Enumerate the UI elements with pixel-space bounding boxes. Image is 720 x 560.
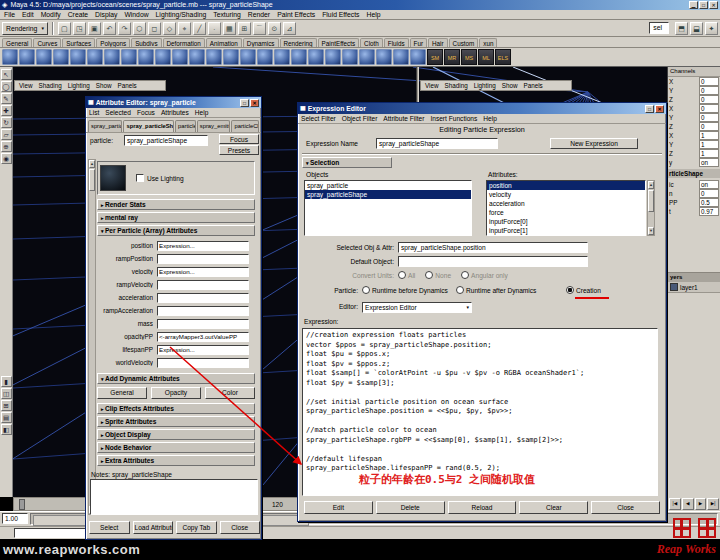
- channel-value-field[interactable]: 0.97: [699, 207, 719, 216]
- shelf-tab[interactable]: Subdivs: [131, 38, 161, 47]
- footer-button[interactable]: Close: [591, 501, 660, 514]
- convert-units-radio[interactable]: None: [425, 271, 451, 279]
- scale-tool-icon[interactable]: ▱: [1, 129, 12, 140]
- snap-to-curve-icon[interactable]: ⌒: [253, 22, 266, 35]
- maximize-icon[interactable]: □: [240, 99, 249, 107]
- node-tab[interactable]: particleClo: [231, 120, 259, 132]
- shelf-item-icon[interactable]: [70, 49, 86, 65]
- shelf-tab[interactable]: Deformation: [163, 38, 205, 47]
- section-header[interactable]: Clip Effects Attributes: [97, 403, 255, 414]
- four-pane-layout-icon[interactable]: ⊞: [1, 400, 12, 411]
- channel-value-field[interactable]: 0: [699, 86, 719, 95]
- channel-value-field[interactable]: on: [699, 180, 719, 189]
- menubar-item[interactable]: Texturing: [213, 10, 241, 19]
- section-header[interactable]: Object Display: [97, 429, 255, 440]
- shelf-tab[interactable]: General: [2, 38, 32, 47]
- close-icon[interactable]: ✕: [250, 99, 259, 107]
- mentalray-shelf-icon[interactable]: ELS: [495, 49, 511, 65]
- footer-button[interactable]: Load Attributes: [133, 521, 174, 534]
- layer-swatch[interactable]: [670, 283, 678, 291]
- menubar-item[interactable]: Edit: [22, 10, 34, 19]
- footer-button[interactable]: Select: [89, 521, 130, 534]
- add-attribute-button[interactable]: Opacity: [151, 387, 201, 399]
- shelf-item-icon[interactable]: [206, 49, 222, 65]
- editor-dropdown[interactable]: Expression Editor ▾: [362, 302, 472, 313]
- current-tool-icon[interactable]: ◉: [1, 153, 12, 164]
- shelf-item-icon[interactable]: [87, 49, 103, 65]
- shelf-tab[interactable]: PaintEffects: [318, 38, 360, 47]
- step-back-icon[interactable]: |◀: [669, 498, 681, 510]
- channel-value-field[interactable]: 0: [699, 113, 719, 122]
- channel-value-field[interactable]: 1: [699, 131, 719, 140]
- section-render-stats[interactable]: Render Stats: [97, 199, 255, 210]
- node-tab[interactable]: particle: [175, 120, 196, 132]
- runtime-before-dynamics-radio[interactable]: Runtime before Dynamics: [362, 286, 448, 294]
- close-icon[interactable]: ✕: [655, 105, 664, 113]
- attribute-value-field[interactable]: [157, 293, 249, 303]
- channel-value-field[interactable]: on: [699, 158, 719, 167]
- maximize-icon[interactable]: □: [645, 105, 654, 113]
- shelf-tab[interactable]: Cloth: [360, 38, 383, 47]
- shelf-tab[interactable]: Dynamics: [243, 38, 279, 47]
- shelf-item-icon[interactable]: [410, 49, 426, 65]
- attribute-list-item[interactable]: acceleration: [487, 199, 645, 208]
- attribute-list-item[interactable]: inputForce[1]: [487, 226, 645, 235]
- shelf-item-icon[interactable]: [393, 49, 409, 65]
- attribute-value-field[interactable]: Expression...: [157, 267, 249, 277]
- attribute-value-field[interactable]: Expression...: [157, 241, 249, 251]
- shelf-item-icon[interactable]: [104, 49, 120, 65]
- shelf-item-icon[interactable]: [138, 49, 154, 65]
- select-hierarchy-icon[interactable]: ⬡: [133, 22, 146, 35]
- creation-radio[interactable]: Creation: [566, 286, 601, 294]
- mentalray-shelf-icon[interactable]: SM: [427, 49, 443, 65]
- menu-item[interactable]: Help: [483, 114, 497, 123]
- rotate-tool-icon[interactable]: ↻: [1, 117, 12, 128]
- scroll-up-icon[interactable]: ▲: [648, 181, 654, 189]
- render-globals-icon[interactable]: ✦: [705, 22, 718, 35]
- shelf-item-icon[interactable]: [172, 49, 188, 65]
- section-header[interactable]: Sprite Attributes: [97, 416, 255, 427]
- mentalray-shelf-icon[interactable]: ML: [478, 49, 494, 65]
- menuset-dropdown[interactable]: Rendering ▾: [2, 22, 48, 35]
- shelf-item-icon[interactable]: [19, 49, 35, 65]
- panel-menu-item[interactable]: Shading: [445, 81, 468, 90]
- menubar-item[interactable]: Display: [95, 10, 117, 19]
- select-mask-surface-icon[interactable]: ▦: [223, 22, 236, 35]
- mentalray-shelf-icon[interactable]: MS: [461, 49, 477, 65]
- split-layout-icon[interactable]: ◧: [1, 424, 12, 435]
- footer-button[interactable]: Clear: [519, 501, 588, 514]
- channel-value-field[interactable]: 0: [699, 189, 719, 198]
- attribute-value-field[interactable]: [157, 358, 249, 368]
- shelf-item-icon[interactable]: [376, 49, 392, 65]
- material-swatch[interactable]: [100, 165, 126, 191]
- play-back-icon[interactable]: ◀: [682, 498, 694, 510]
- attribute-value-field[interactable]: [157, 280, 249, 290]
- channel-value-field[interactable]: 0: [699, 122, 719, 131]
- convert-units-radio[interactable]: Angular only: [461, 271, 508, 279]
- menu-item[interactable]: Object Filter: [342, 114, 378, 123]
- close-icon[interactable]: ✕: [709, 1, 718, 9]
- scroll-thumb[interactable]: [89, 169, 95, 191]
- menu-item[interactable]: Attributes: [161, 108, 189, 117]
- section-per-particle[interactable]: Per Particle (Array) Attributes: [97, 225, 255, 236]
- shelf-item-icon[interactable]: [121, 49, 137, 65]
- menu-item[interactable]: Selected: [105, 108, 131, 117]
- move-tool-icon[interactable]: ✚: [1, 105, 12, 116]
- maximize-icon[interactable]: □: [699, 1, 708, 9]
- select-mask-handle-icon[interactable]: ⌖: [178, 22, 191, 35]
- panel-menu-item[interactable]: Shading: [39, 81, 62, 90]
- node-tab[interactable]: spray_particle: [88, 120, 122, 132]
- menubar-item[interactable]: File: [4, 10, 15, 19]
- add-attribute-button[interactable]: Color: [205, 387, 255, 399]
- menu-item[interactable]: Insert Functions: [430, 114, 477, 123]
- node-tab[interactable]: spray_emitter: [197, 120, 231, 132]
- new-expression-button[interactable]: New Expression: [550, 138, 638, 149]
- manipulator-tool-icon[interactable]: ⊕: [1, 141, 12, 152]
- shelf-tab[interactable]: Rendering: [280, 38, 317, 47]
- attribute-value-field[interactable]: Expression...: [157, 345, 249, 355]
- shelf-item-icon[interactable]: [291, 49, 307, 65]
- footer-button[interactable]: Delete: [376, 501, 445, 514]
- channel-value-field[interactable]: 0: [699, 77, 719, 86]
- menu-item[interactable]: List: [89, 108, 99, 117]
- menubar-item[interactable]: Lighting/Shading: [156, 10, 207, 19]
